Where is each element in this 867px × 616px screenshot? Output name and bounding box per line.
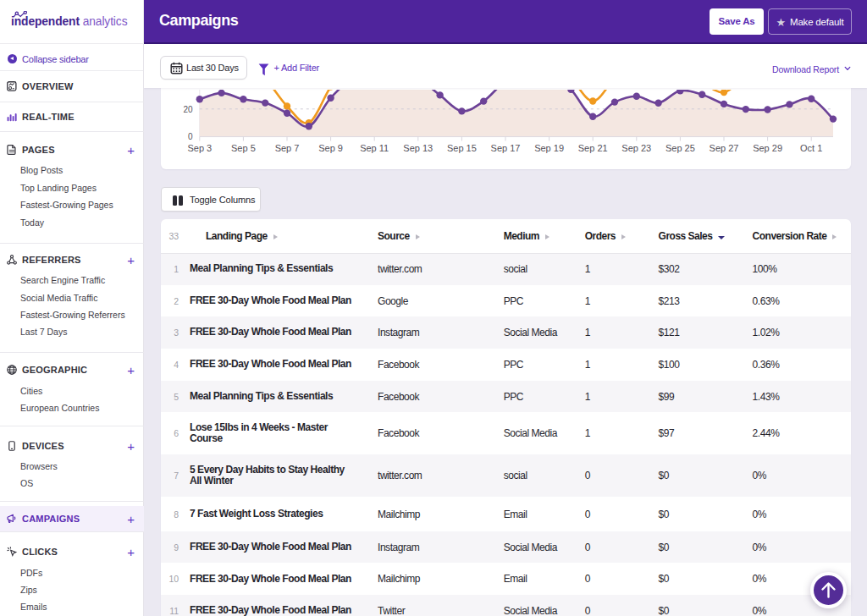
svg-text:Sep 5: Sep 5	[231, 143, 256, 153]
svg-text:Sep 23: Sep 23	[621, 143, 651, 153]
svg-text:Sep 17: Sep 17	[491, 143, 521, 153]
svg-text:Sep 27: Sep 27	[710, 143, 739, 153]
svg-text:20: 20	[183, 105, 193, 114]
svg-text:Sep 9: Sep 9	[318, 143, 343, 153]
svg-text:Sep 25: Sep 25	[665, 143, 695, 153]
svg-text:Sep 11: Sep 11	[360, 143, 389, 153]
svg-text:Sep 15: Sep 15	[447, 143, 477, 153]
svg-text:Sep 19: Sep 19	[534, 143, 564, 153]
svg-text:Oct 1: Oct 1	[800, 143, 822, 153]
svg-text:Sep 13: Sep 13	[403, 143, 433, 153]
svg-text:0: 0	[188, 132, 193, 141]
svg-text:Sep 29: Sep 29	[753, 143, 782, 153]
svg-text:Sep 7: Sep 7	[275, 143, 300, 153]
svg-text:Sep 3: Sep 3	[187, 143, 212, 153]
svg-text:Sep 21: Sep 21	[578, 143, 608, 153]
